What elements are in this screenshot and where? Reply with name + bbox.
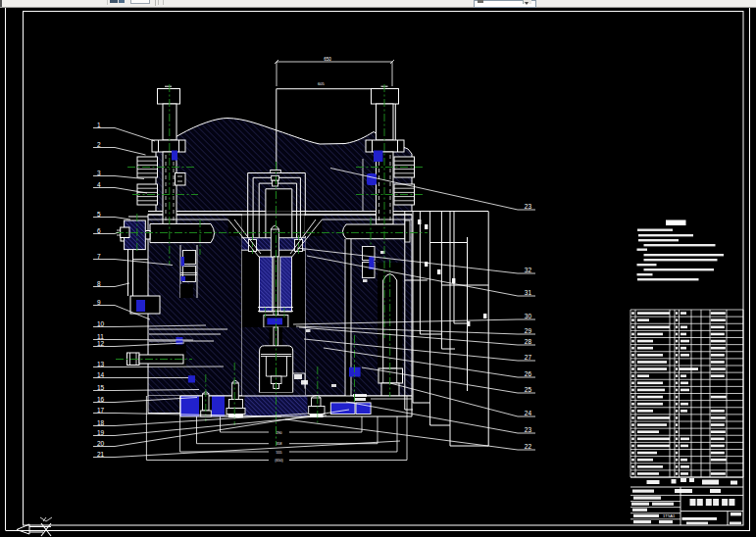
svg-text:28: 28: [525, 338, 532, 345]
svg-text:21: 21: [97, 451, 105, 458]
svg-text:26: 26: [525, 370, 532, 377]
svg-text:605: 605: [318, 81, 325, 86]
svg-text:1: 1: [97, 122, 101, 128]
svg-text:9: 9: [97, 299, 101, 306]
svg-text:19: 19: [97, 429, 105, 436]
svg-text:17: 17: [97, 407, 105, 414]
svg-text:32: 32: [525, 267, 532, 273]
svg-text:12: 12: [97, 340, 105, 347]
svg-text:30: 30: [525, 313, 532, 319]
svg-text:15: 15: [97, 384, 105, 391]
svg-text:24: 24: [525, 410, 532, 416]
svg-text:11: 11: [97, 333, 104, 340]
svg-text:7: 7: [97, 253, 101, 260]
svg-text:13: 13: [97, 361, 105, 367]
svg-text:358: 358: [277, 442, 282, 446]
svg-text:14: 14: [97, 371, 105, 378]
svg-text:650: 650: [324, 57, 331, 62]
svg-text:29: 29: [525, 327, 532, 334]
svg-text:3: 3: [97, 170, 101, 176]
svg-text:290: 290: [277, 431, 282, 435]
svg-text:23: 23: [525, 426, 532, 433]
svg-text:23: 23: [525, 203, 532, 210]
svg-text:1T5A1: 1T5A1: [663, 513, 676, 518]
svg-text:555: 555: [277, 451, 282, 455]
svg-text:2: 2: [97, 141, 101, 148]
svg-text:22: 22: [525, 443, 532, 450]
svg-text:5: 5: [97, 211, 101, 218]
svg-text:10: 10: [97, 320, 105, 327]
svg-text:(650): (650): [275, 459, 282, 463]
svg-text:8: 8: [97, 280, 101, 287]
svg-text:6: 6: [97, 227, 101, 234]
svg-text:20: 20: [97, 440, 105, 447]
svg-text:31: 31: [525, 289, 532, 296]
svg-text:25: 25: [525, 386, 532, 393]
svg-text:16: 16: [97, 396, 105, 403]
svg-text:27: 27: [525, 354, 532, 361]
svg-text:4: 4: [97, 181, 101, 188]
svg-text:18: 18: [97, 419, 105, 426]
